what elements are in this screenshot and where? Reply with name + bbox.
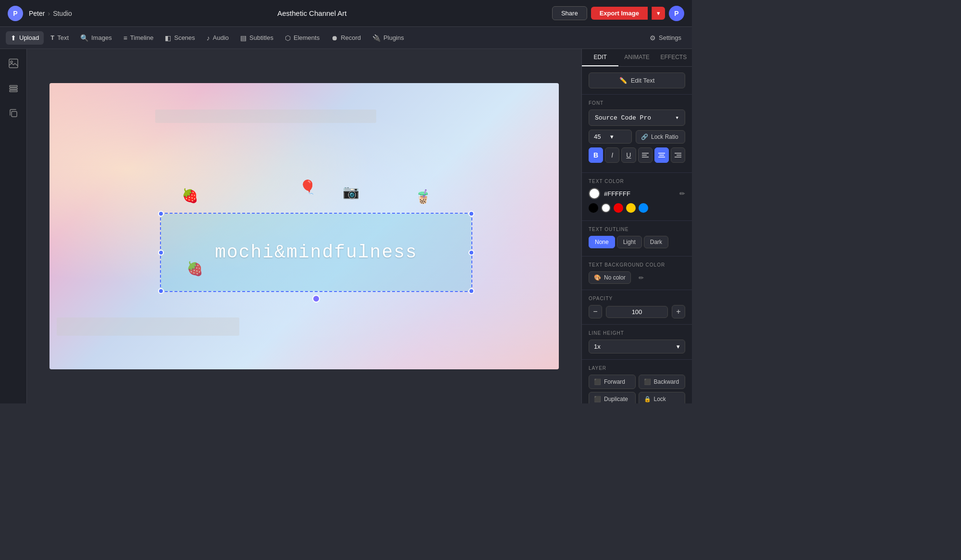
- duplicate-button[interactable]: ⬛ Duplicate: [589, 392, 636, 403]
- elements-icon: ⬡: [285, 34, 291, 42]
- toolbar-settings[interactable]: ⚙ Settings: [645, 31, 686, 45]
- canvas-wrapper: 🍓 🎈 📷 🧋 🍓 mochi&mindfulness: [49, 83, 559, 369]
- share-button[interactable]: Share: [552, 6, 587, 20]
- forward-button[interactable]: ⬛ Forward: [589, 375, 636, 389]
- handle-rotate[interactable]: [312, 295, 320, 303]
- toolbar-plugins-label: Plugins: [383, 34, 404, 41]
- handle-top-right[interactable]: [468, 211, 474, 217]
- canvas[interactable]: 🍓 🎈 📷 🧋 🍓 mochi&mindfulness: [49, 83, 559, 369]
- lock-button[interactable]: 🔒 Lock: [639, 392, 686, 403]
- panel-tabs: EDIT ANIMATE EFFECTS: [582, 49, 692, 67]
- no-color-button[interactable]: 🎨 No color: [589, 271, 631, 284]
- layer-grid: ⬛ Forward ⬛ Backward ⬛ Duplicate 🔒 Lock: [589, 375, 685, 403]
- underline-button[interactable]: U: [621, 147, 636, 163]
- color-preview[interactable]: [589, 188, 600, 199]
- italic-button[interactable]: I: [605, 147, 619, 163]
- scenes-icon: ◧: [165, 34, 171, 42]
- tab-animate[interactable]: ANIMATE: [618, 49, 655, 66]
- edit-text-button[interactable]: ✏️ Edit Text: [589, 73, 685, 88]
- font-chevron-icon: ▾: [675, 114, 679, 122]
- canvas-area[interactable]: 🍓 🎈 📷 🧋 🍓 mochi&mindfulness: [27, 49, 581, 403]
- line-height-select[interactable]: 1x ▾: [589, 340, 685, 353]
- opacity-value[interactable]: 100: [606, 306, 668, 318]
- swatch-white[interactable]: [601, 203, 611, 213]
- toolbar-scenes[interactable]: ◧ Scenes: [160, 31, 199, 45]
- font-label: FONT: [589, 100, 685, 106]
- gray-bar-top: [155, 110, 376, 123]
- user-name[interactable]: Peter: [29, 10, 45, 17]
- sidebar-image-icon[interactable]: [5, 55, 22, 72]
- lock-ratio-button[interactable]: 🔗 Lock Ratio: [636, 130, 685, 144]
- export-dropdown-button[interactable]: ▾: [652, 7, 665, 20]
- handle-middle-left[interactable]: [158, 250, 164, 256]
- align-left-button[interactable]: [638, 147, 653, 163]
- text-color-label: TEXT COLOR: [589, 179, 685, 184]
- toolbar-plugins[interactable]: 🔌 Plugins: [368, 31, 409, 45]
- text-outline-section: TEXT OUTLINE None Light Dark: [582, 221, 692, 256]
- toolbar-text[interactable]: T Text: [46, 31, 74, 44]
- chevron-down-icon: ▾: [657, 10, 660, 17]
- swatch-red[interactable]: [614, 203, 623, 213]
- avatar[interactable]: P: [669, 6, 684, 21]
- outline-buttons: None Light Dark: [589, 236, 685, 248]
- opacity-row: − 100 +: [589, 305, 685, 318]
- sticker-strawberry[interactable]: 🍓: [182, 188, 198, 204]
- sticker-drink[interactable]: 🧋: [415, 189, 431, 205]
- page-title: Aesthetic Channel Art: [78, 9, 546, 17]
- topbar-logo: P: [8, 6, 23, 21]
- color-swatches: [589, 203, 685, 213]
- line-height-chevron-icon: ▾: [677, 343, 680, 350]
- size-chevron-icon: ▾: [610, 133, 627, 140]
- font-selector[interactable]: Source Code Pro ▾: [589, 110, 685, 126]
- handle-bottom-right[interactable]: [468, 288, 474, 294]
- handle-middle-right[interactable]: [468, 250, 474, 256]
- toolbar-elements[interactable]: ⬡ Elements: [280, 31, 324, 45]
- timeline-icon: ≡: [123, 34, 127, 42]
- studio-label[interactable]: Studio: [53, 10, 72, 17]
- svg-rect-4: [10, 90, 17, 92]
- color-picker-button[interactable]: ✏: [679, 190, 685, 197]
- outline-none-button[interactable]: None: [589, 236, 615, 248]
- toolbar-images[interactable]: 🔍 Images: [75, 31, 117, 45]
- toolbar-subtitles[interactable]: ▤ Subtitles: [235, 31, 278, 45]
- opacity-minus-button[interactable]: −: [589, 305, 602, 318]
- swatch-blue[interactable]: [639, 203, 648, 213]
- sidebar-copy-icon[interactable]: [5, 105, 22, 122]
- pencil-icon: ✏️: [619, 77, 627, 84]
- breadcrumb-separator: ›: [48, 10, 50, 17]
- align-center-button[interactable]: [654, 147, 669, 163]
- images-icon: 🔍: [80, 34, 88, 42]
- toolbar-text-label: Text: [57, 34, 69, 41]
- toolbar-images-label: Images: [91, 34, 112, 41]
- tab-edit[interactable]: EDIT: [582, 49, 618, 66]
- opacity-plus-button[interactable]: +: [672, 305, 685, 318]
- svg-rect-2: [10, 85, 17, 87]
- handle-bottom-left[interactable]: [158, 288, 164, 294]
- layer-section: LAYER ⬛ Forward ⬛ Backward ⬛ Duplicate 🔒…: [582, 360, 692, 403]
- toolbar-timeline[interactable]: ≡ Timeline: [119, 31, 159, 45]
- opacity-section: OPACITY − 100 +: [582, 290, 692, 325]
- toolbar: ⬆ Upload T Text 🔍 Images ≡ Timeline ◧ Sc…: [0, 27, 692, 49]
- line-height-value: 1x: [594, 343, 601, 350]
- bg-color-picker-button[interactable]: ✏: [639, 274, 644, 281]
- align-right-button[interactable]: [671, 147, 685, 163]
- backward-button[interactable]: ⬛ Backward: [639, 375, 686, 389]
- toolbar-upload[interactable]: ⬆ Upload: [6, 31, 44, 45]
- sticker-balloons[interactable]: 🎈: [299, 179, 316, 195]
- export-button[interactable]: Export Image: [591, 7, 648, 20]
- swatch-yellow[interactable]: [626, 203, 636, 213]
- handle-top-left[interactable]: [158, 211, 164, 217]
- toolbar-audio[interactable]: ♪ Audio: [202, 31, 234, 45]
- font-size-input[interactable]: 45 ▾: [589, 130, 632, 144]
- sidebar-layers-icon[interactable]: [5, 80, 22, 97]
- sticker-camera[interactable]: 📷: [343, 184, 359, 200]
- outline-dark-button[interactable]: Dark: [644, 236, 668, 248]
- no-color-row: 🎨 No color ✏: [589, 271, 685, 284]
- bold-button[interactable]: B: [589, 147, 603, 163]
- swatch-black[interactable]: [589, 203, 598, 213]
- tab-effects[interactable]: EFFECTS: [655, 49, 692, 66]
- outline-light-button[interactable]: Light: [617, 236, 642, 248]
- text-selection-box[interactable]: mochi&mindfulness: [160, 213, 472, 292]
- toolbar-upload-label: Upload: [19, 34, 39, 41]
- toolbar-record[interactable]: ⏺ Record: [326, 31, 366, 45]
